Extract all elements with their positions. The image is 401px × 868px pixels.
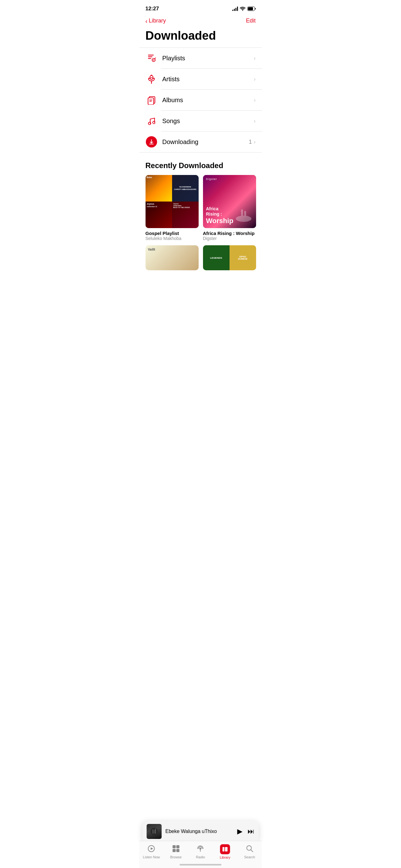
africa-rising-name: Africa Rising : Worship bbox=[203, 230, 256, 236]
menu-item-playlists[interactable]: Playlists › bbox=[139, 48, 262, 68]
gospel-playlist-name: Gospel Playlist bbox=[145, 230, 199, 236]
albums-row-2: Vaillt LEGENDS SIPHOGUMEDE bbox=[139, 241, 262, 270]
status-time: 12:27 bbox=[145, 6, 159, 12]
songs-label: Songs bbox=[162, 118, 254, 125]
gospel-playlist-art: Babo NCANDWENICHRIST AMBASSADORS Joyousc… bbox=[145, 175, 199, 228]
recently-downloaded-section: Recently Downloaded Babo NCANDWENICHRIST… bbox=[139, 153, 262, 270]
albums-row-1: Babo NCANDWENICHRIST AMBASSADORS Joyousc… bbox=[139, 175, 262, 241]
menu-list: Playlists › Artists › bbox=[139, 48, 262, 153]
svg-rect-3 bbox=[148, 57, 153, 58]
svg-point-13 bbox=[151, 75, 152, 76]
songs-icon bbox=[145, 115, 157, 127]
nav-bar: ‹ Library Edit bbox=[139, 16, 262, 27]
playlists-label: Playlists bbox=[162, 55, 254, 62]
downloading-count: 1 bbox=[248, 139, 252, 145]
artists-icon bbox=[145, 73, 157, 85]
back-button[interactable]: ‹ Library bbox=[145, 18, 166, 24]
artists-chevron-icon: › bbox=[254, 76, 256, 83]
back-chevron-icon: ‹ bbox=[145, 18, 148, 24]
menu-item-downloading[interactable]: Downloading 1 › bbox=[139, 131, 262, 152]
page-title: Downloaded bbox=[139, 27, 262, 48]
svg-line-7 bbox=[155, 58, 156, 58]
playlists-icon bbox=[145, 52, 157, 64]
status-icons bbox=[232, 6, 256, 11]
svg-rect-23 bbox=[241, 209, 243, 219]
africa-rising-art: Digster AfricaRising : Worship bbox=[203, 175, 256, 228]
svg-rect-24 bbox=[244, 211, 246, 219]
album-card-africa-rising[interactable]: Digster AfricaRising : Worship bbox=[203, 175, 256, 241]
status-bar: 12:27 bbox=[139, 0, 262, 16]
svg-rect-4 bbox=[148, 58, 151, 59]
back-label: Library bbox=[149, 18, 166, 24]
artists-label: Artists bbox=[162, 75, 254, 83]
album-partial-2[interactable]: LEGENDS SIPHOGUMEDE bbox=[203, 245, 256, 270]
songs-chevron-icon: › bbox=[254, 118, 256, 124]
albums-icon bbox=[145, 94, 157, 106]
edit-button[interactable]: Edit bbox=[246, 18, 256, 24]
menu-item-artists[interactable]: Artists › bbox=[139, 69, 262, 89]
downloading-label: Downloading bbox=[162, 138, 249, 146]
wifi-icon bbox=[240, 6, 245, 11]
recently-downloaded-title: Recently Downloaded bbox=[139, 153, 262, 175]
menu-item-albums[interactable]: Albums › bbox=[139, 90, 262, 110]
album-card-gospel[interactable]: Babo NCANDWENICHRIST AMBASSADORS Joyousc… bbox=[145, 175, 199, 241]
playlists-chevron-icon: › bbox=[254, 55, 256, 62]
album-partial-1[interactable]: Vaillt bbox=[145, 245, 199, 270]
gospel-playlist-artist: Seluleko Makhoba bbox=[145, 236, 199, 241]
svg-point-22 bbox=[236, 216, 252, 222]
albums-label: Albums bbox=[162, 97, 254, 104]
svg-point-6 bbox=[153, 59, 154, 61]
svg-rect-1 bbox=[248, 7, 253, 10]
signal-bars-icon bbox=[232, 6, 238, 11]
albums-chevron-icon: › bbox=[254, 97, 256, 103]
svg-rect-2 bbox=[148, 55, 154, 56]
menu-item-songs[interactable]: Songs › bbox=[139, 111, 262, 131]
downloading-chevron-icon: › bbox=[254, 139, 256, 145]
downloading-icon bbox=[145, 136, 157, 148]
battery-icon bbox=[247, 6, 256, 11]
africa-rising-artist: Digster bbox=[203, 236, 256, 241]
